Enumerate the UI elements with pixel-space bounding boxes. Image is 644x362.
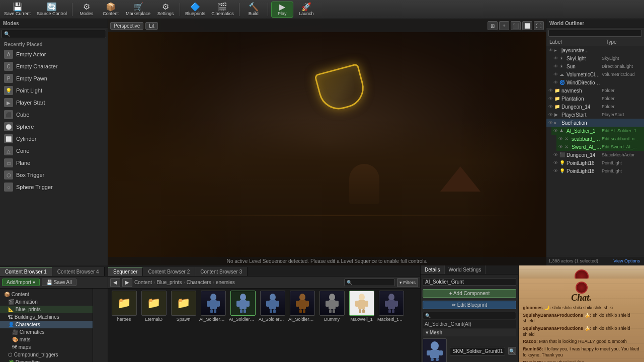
perspective-btn[interactable]: Perspective [110,22,143,30]
component-search-input[interactable] [431,313,514,318]
asset-ai-grunt[interactable]: AI_Soldier_Grunt [229,291,257,322]
asset-maxwell[interactable]: MaxWell_1 [348,291,375,322]
modes-search-input[interactable] [10,31,104,37]
tab-content-browser-4[interactable]: Content Browser 4 [52,267,105,276]
save-current-btn[interactable]: 💾 Save Current [2,2,33,18]
tree-content[interactable]: 📦 Content [0,291,93,298]
tree-cinematics[interactable]: 🎥 Cinematics [0,328,93,336]
ol-item-12[interactable]: 👁 ⚔ Sword_AI_un... Edit Sword_AI_... [556,143,644,151]
place-item-cube[interactable]: ⬛ Cube [0,109,108,121]
actor-name-input[interactable] [423,278,516,286]
vp-ctrl-2[interactable]: + [499,21,509,30]
asset-dummy[interactable]: Dummy [318,291,346,322]
ol-item-9[interactable]: 👁 ▸ SueFaction [546,119,644,127]
asset-search[interactable]: 🔍 [344,279,395,286]
place-item-plane[interactable]: ▭ Plane [0,157,108,169]
asset-eternalD[interactable]: EternalD [140,291,168,322]
launch-btn[interactable]: 🚀 Launch [295,2,317,18]
place-item-cylinder[interactable]: ⬜ Cylinder [0,133,108,145]
outliner-footer: 1,388 actors (1 selected) View Options [546,256,644,265]
breadcrumb-enemies[interactable]: enemies [216,280,235,285]
tree-characters[interactable]: 👤 Characters [0,321,93,328]
component-search[interactable]: 🔍 [423,312,516,319]
asset-ai-raider[interactable]: AI_Soldier_Raider [259,291,286,322]
asset-ai-destructor[interactable]: AI_Soldier_Destructor [199,291,227,322]
details-tab-details[interactable]: Details [421,265,445,274]
cinematics-btn[interactable]: 🎬 Cinematics [209,2,236,18]
ol-item-2[interactable]: 👁 ☀ Sun DirectionalLight [551,62,644,70]
vp-ctrl-4[interactable]: ⬜ [522,21,532,30]
tree-decoration[interactable]: 🪴 Decoration [0,358,93,362]
tree-compound[interactable]: ⬡ Compound_triggers [0,351,93,358]
viewport[interactable]: Perspective Lit ⊞ + ⬛ ⬜ ⛶ No active Leve… [108,19,546,265]
tab-content-browser-1[interactable]: Content Browser 1 [0,267,52,276]
tab-sequencer[interactable]: Sequencer [108,267,143,276]
vp-ctrl-1[interactable]: ⊞ [488,21,498,30]
ol-item-5[interactable]: 👁 📁 navmesh Folder [546,86,644,95]
details-tab-world[interactable]: World Settings [445,265,486,274]
ol-item-7[interactable]: 👁 📁 Dungeon_14 Folder [546,103,644,111]
breadcrumb-content[interactable]: Content [134,280,152,285]
breadcrumb-blueprints[interactable]: Blue_prints [156,280,182,285]
place-item-player-start[interactable]: ▶ Player Start [0,97,108,109]
place-item-box-trigger[interactable]: ⬡ Box Trigger [0,169,108,181]
tree-mats[interactable]: 🎨 mats [0,336,93,343]
ol-item-11[interactable]: 👁 ⚔ scabbard_sword46 Edit scabbard_n... [556,135,644,143]
tab-content-browser-3[interactable]: Content Browser 3 [195,267,248,276]
edit-blueprint-btn[interactable]: ✏ Edit Blueprint [423,301,516,309]
asset-search-input[interactable] [352,280,392,285]
place-item-sphere[interactable]: ⚪ Sphere [0,121,108,133]
content-btn[interactable]: 📦 Content [100,2,122,18]
place-item-point-light[interactable]: 💡 Point Light [0,84,108,97]
ol-item-0[interactable]: 👁 ▸ jaysunstre... [546,46,644,54]
tree-buildings[interactable]: 🏗 Buildings_Machines [0,313,93,321]
ol-name-14: PointLight16 [567,160,602,166]
ol-item-6[interactable]: 👁 📁 Plantation Folder [546,95,644,103]
vp-ctrl-3[interactable]: ⬛ [511,21,521,30]
marketplace-btn[interactable]: 🛒 Marketplace [124,2,152,18]
ol-item-10[interactable]: 👁 ♟ AI_Soldier_1 Edit AI_Soldier_1 [551,127,644,135]
outliner-search-input[interactable] [548,30,642,37]
modes-btn[interactable]: ⚙ Modes [75,2,98,18]
nav-forward-btn[interactable]: ▶ [122,278,132,287]
lit-btn[interactable]: Lit [145,22,158,30]
place-item-sphere-trigger[interactable]: ○ Sphere Trigger [0,181,108,193]
tree-maps[interactable]: 🗺 maps [0,343,93,351]
tree-animation[interactable]: 🎬 Animation [0,298,93,306]
place-item-cone[interactable]: △ Cone [0,145,108,157]
ol-item-13[interactable]: 👁 ⬛ Dungeon_14 StaticMeshActor [551,151,644,159]
tent [440,166,480,192]
view-options-btn[interactable]: View Options [611,257,642,264]
add-import-btn[interactable]: Add/Import ▾ [2,279,40,286]
mesh-section-header[interactable]: ▾ Mesh [423,329,516,336]
ol-item-14[interactable]: 👁 💡 PointLight16 PointLight [551,159,644,167]
blueprints-btn[interactable]: 🔷 Blueprints [183,2,207,18]
ol-item-15[interactable]: 👁 💡 PointLight18 PointLight [551,167,644,175]
save-all-btn[interactable]: 💾 Save All [42,279,76,286]
vp-fullscreen[interactable]: ⛶ [534,21,544,30]
ol-item-8[interactable]: 👁 ▶ PlayerStart PlayerStart [546,111,644,119]
ol-item-1[interactable]: 👁 ☀ SkyLight SkyLight [551,54,644,62]
play-btn[interactable]: ▶ Play [271,2,293,18]
asset-ai-vanguard[interactable]: AI_Soldier_Vanguard [288,291,316,322]
source-control-btn[interactable]: 🔄 Source Control [35,2,69,18]
build-btn[interactable]: 🔨 Build [243,2,265,18]
settings-btn[interactable]: ⚙ Settings [154,2,177,18]
place-item-empty-actor[interactable]: A Empty Actor [0,48,108,60]
modes-search-bar[interactable]: 🔍 [2,30,106,38]
asset-heroes[interactable]: heroes [110,291,138,322]
breadcrumb-characters[interactable]: Characters [187,280,211,285]
ol-item-3[interactable]: 👁 ☁ VolumetricCloud VolumetricCloud [551,70,644,78]
place-item-empty-pawn[interactable]: P Empty Pawn [0,72,108,84]
asset-mackeli[interactable]: MackeIti_tabio [377,291,405,322]
filters-btn[interactable]: ▾ Filters [397,278,418,287]
mesh-browse-btn[interactable]: 🔍 [508,347,516,355]
tree-blueprints[interactable]: 📐 Blue_prints [0,306,93,313]
place-item-empty-character[interactable]: C Empty Character [0,60,108,72]
asset-spawn[interactable]: Spawn [170,291,197,322]
empty-pawn-icon: P [4,74,13,83]
add-component-btn[interactable]: + Add Component [423,289,516,298]
ol-item-4[interactable]: 👁 🌀 WindDirectional... [551,78,644,86]
tab-content-browser-2[interactable]: Content Browser 2 [143,267,195,276]
nav-back-btn[interactable]: ◀ [110,278,120,287]
